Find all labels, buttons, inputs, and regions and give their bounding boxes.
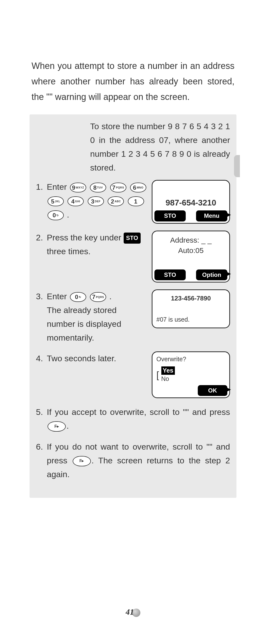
screen3-phone: 123-456-7890 [156, 294, 225, 303]
step4-text: Two seconds later. [47, 354, 116, 363]
option-yes: Yes [161, 366, 175, 375]
sto-badge: STO [124, 232, 141, 244]
key-5: 5JKL [48, 196, 64, 206]
step6-a: If you do not want to overwrite, scroll … [47, 442, 209, 451]
step-1: Enter 9WXYZ 8TUV 7PQRS 6MNO 5JKL 4GHI 3D… [36, 180, 230, 224]
step-4: Two seconds later. Overwrite? [ Yes No [36, 352, 230, 398]
intro-paragraph: When you attempt to store a number in an… [30, 58, 236, 104]
step2-b: three times. [47, 246, 91, 256]
step5-a: If you accept to overwrite, scroll to " [47, 407, 186, 416]
key-0: 0 ↻ [48, 210, 64, 220]
key-1: 1 [128, 196, 144, 206]
key-0-b: 0 ↻ [70, 292, 86, 302]
screen3-msg: #07 is used. [156, 316, 225, 324]
key-3: 3DEF [88, 196, 104, 206]
screen-2: Address: _ _ Auto:05 STO Option [152, 230, 230, 283]
softkey-menu: Menu [196, 210, 227, 222]
screen2-addr1: Address: _ _ [156, 235, 225, 245]
bracket-icon: [ [156, 371, 159, 379]
step3-b: . [109, 292, 112, 301]
step-5: If you accept to overwrite, scroll to ""… [36, 405, 230, 432]
step5-b: " and press [186, 407, 230, 416]
step5-c: . [67, 421, 69, 430]
key-8: 8TUV [90, 182, 106, 192]
key-7: 7PQRS [110, 182, 126, 192]
screen-4: Overwrite? [ Yes No OK [152, 352, 230, 398]
softkey-option: Option [196, 270, 227, 280]
step1-pre: Enter [47, 182, 69, 192]
key-4: 4GHI [68, 196, 84, 206]
key-2: 2ABC [108, 196, 124, 206]
softkey-sto: STO [154, 210, 186, 222]
intro-text-b: " warning will appear on the screen. [50, 92, 190, 102]
screen-3: 123-456-7890 #07 is used. [152, 290, 230, 328]
step1-post: . [67, 210, 69, 219]
step-2: Press the key under STO three times. Add… [36, 230, 230, 283]
softkey-sto-2: STO [154, 270, 186, 280]
key-9: 9WXYZ [70, 182, 86, 192]
option-no: No [161, 375, 169, 382]
step3-c: The already stored number is displayed m… [47, 306, 121, 342]
step-6: If you do not want to overwrite, scroll … [36, 440, 230, 481]
steps-list: Enter 9WXYZ 8TUV 7PQRS 6MNO 5JKL 4GHI 3D… [36, 180, 230, 481]
screen-1: 987-654-3210 STO Menu [152, 180, 230, 224]
step-3: Enter 0 ↻ 7PQRS . The already stored num… [36, 290, 230, 344]
screen1-phone: 987-654-3210 [156, 197, 225, 208]
key-6: 6MNO [130, 182, 146, 192]
screen2-addr2: Auto:05 [156, 246, 225, 256]
f-key-2: F▸ [73, 456, 91, 466]
overwrite-question: Overwrite? [156, 355, 225, 364]
page-number: 41 [0, 607, 266, 617]
step3-a: Enter [47, 292, 69, 301]
f-key-1: F▸ [48, 421, 66, 432]
manual-page: When you attempt to store a number in an… [0, 0, 266, 644]
example-box: To store the number 9 8 7 6 5 4 3 2 1 0 … [30, 114, 236, 498]
softkey-ok: OK [198, 385, 227, 396]
example-header: To store the number 9 8 7 6 5 4 3 2 1 0 … [90, 119, 230, 174]
step2-a: Press the key under [47, 233, 124, 242]
side-tab [234, 155, 240, 177]
key-7-b: 7PQRS [90, 292, 106, 302]
